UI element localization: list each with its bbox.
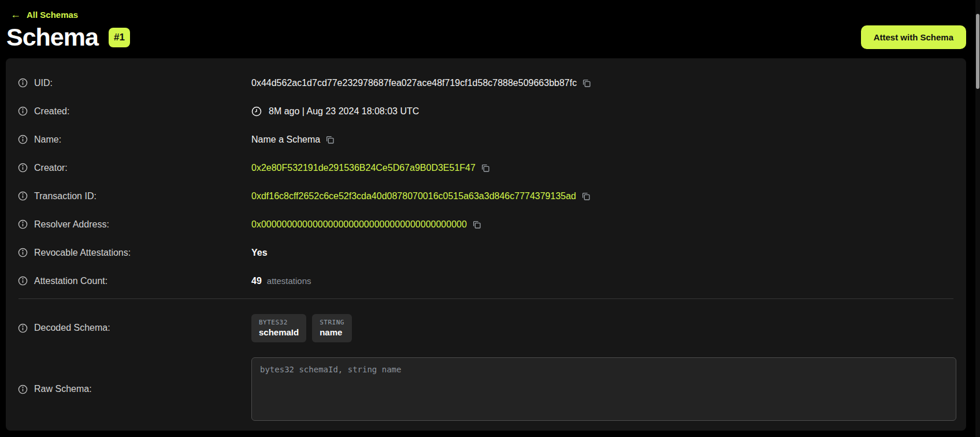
detail-row-name: Name: Name a Schema bbox=[6, 125, 966, 154]
schema-field-chip: STRING name bbox=[312, 314, 352, 342]
row-label-revocable: Revocable Attestations: bbox=[34, 248, 131, 258]
section-divider bbox=[18, 298, 953, 299]
field-type: BYTES32 bbox=[259, 319, 299, 326]
copy-icon[interactable] bbox=[481, 163, 490, 173]
info-icon bbox=[18, 219, 28, 229]
raw-schema-textarea[interactable]: bytes32 schemaId, string name bbox=[251, 357, 956, 421]
row-label-transaction-id: Transaction ID: bbox=[34, 191, 96, 201]
scrollbar-track[interactable] bbox=[975, 0, 980, 437]
detail-row-revocable: Revocable Attestations: Yes bbox=[6, 238, 966, 267]
field-name: schemaId bbox=[259, 327, 299, 337]
info-icon bbox=[18, 323, 28, 333]
name-value: Name a Schema bbox=[251, 135, 320, 145]
attestation-count-value: 49 bbox=[251, 276, 262, 286]
back-to-all-schemas-link[interactable]: ← All Schemas bbox=[10, 9, 78, 20]
back-link-label: All Schemas bbox=[27, 10, 78, 20]
created-value: 8M ago | Aug 23 2024 18:08:03 UTC bbox=[269, 106, 419, 117]
info-icon bbox=[18, 78, 28, 88]
copy-icon[interactable] bbox=[325, 135, 335, 144]
row-label-uid: UID: bbox=[34, 78, 53, 88]
row-label-creator: Creator: bbox=[34, 163, 68, 173]
field-type: STRING bbox=[320, 319, 344, 326]
attest-with-schema-button[interactable]: Attest with Schema bbox=[861, 25, 966, 49]
detail-row-uid: UID: 0x44d562ac1d7cd77e232978687fea027ac… bbox=[6, 69, 966, 97]
detail-row-creator: Creator: 0x2e80F532191de291536B24Ce5D67a… bbox=[6, 154, 966, 182]
row-label-attestation-count: Attestation Count: bbox=[34, 276, 107, 286]
detail-row-attestation-count: Attestation Count: 49 attestations bbox=[6, 267, 966, 295]
attestations-link[interactable]: attestations bbox=[267, 276, 311, 286]
row-label-resolver-address: Resolver Address: bbox=[34, 219, 109, 230]
detail-row-resolver-address: Resolver Address: 0x00000000000000000000… bbox=[6, 210, 966, 238]
schema-number-badge: #1 bbox=[109, 28, 130, 47]
title-bar: Schema #1 Attest with Schema bbox=[6, 23, 966, 51]
creator-address-link[interactable]: 0x2e80F532191de291536B24Ce5D67a9B0D3E51F… bbox=[251, 163, 476, 173]
field-name: name bbox=[320, 327, 344, 337]
scrollbar-thumb[interactable] bbox=[976, 14, 979, 89]
uid-value: 0x44d562ac1d7cd77e232978687fea027ace48f7… bbox=[251, 78, 577, 88]
resolver-address-link[interactable]: 0x00000000000000000000000000000000000000… bbox=[251, 219, 467, 230]
schema-details-panel: UID: 0x44d562ac1d7cd77e232978687fea027ac… bbox=[6, 58, 966, 431]
decoded-schema-fields: BYTES32 schemaId STRING name bbox=[251, 314, 352, 342]
copy-icon[interactable] bbox=[582, 79, 591, 88]
revocable-value: Yes bbox=[251, 248, 268, 258]
info-icon bbox=[18, 135, 28, 144]
schema-field-chip: BYTES32 schemaId bbox=[251, 314, 306, 342]
info-icon bbox=[18, 248, 28, 257]
detail-row-raw-schema: Raw Schema: bytes32 schemaId, string nam… bbox=[6, 356, 966, 423]
detail-row-created: Created: 8M ago | Aug 23 2024 18:08:03 U… bbox=[6, 97, 966, 125]
row-label-raw-schema: Raw Schema: bbox=[34, 384, 92, 394]
info-icon bbox=[18, 106, 28, 116]
info-icon bbox=[18, 384, 28, 394]
row-label-created: Created: bbox=[34, 106, 69, 117]
copy-icon[interactable] bbox=[581, 192, 591, 201]
clock-icon bbox=[251, 106, 262, 117]
info-icon bbox=[18, 163, 28, 173]
row-label-decoded-schema: Decoded Schema: bbox=[34, 323, 110, 333]
detail-row-decoded-schema: Decoded Schema: BYTES32 schemaId STRING … bbox=[6, 302, 966, 353]
page-title: Schema bbox=[6, 23, 98, 51]
row-label-name: Name: bbox=[34, 135, 61, 145]
copy-icon[interactable] bbox=[472, 220, 481, 229]
transaction-id-link[interactable]: 0xdf16c8cff2652c6ce52f3cda40d0878070016c… bbox=[251, 191, 576, 201]
detail-row-transaction-id: Transaction ID: 0xdf16c8cff2652c6ce52f3c… bbox=[6, 182, 966, 210]
back-arrow-icon: ← bbox=[10, 9, 21, 20]
info-icon bbox=[18, 276, 28, 286]
info-icon bbox=[18, 191, 28, 201]
